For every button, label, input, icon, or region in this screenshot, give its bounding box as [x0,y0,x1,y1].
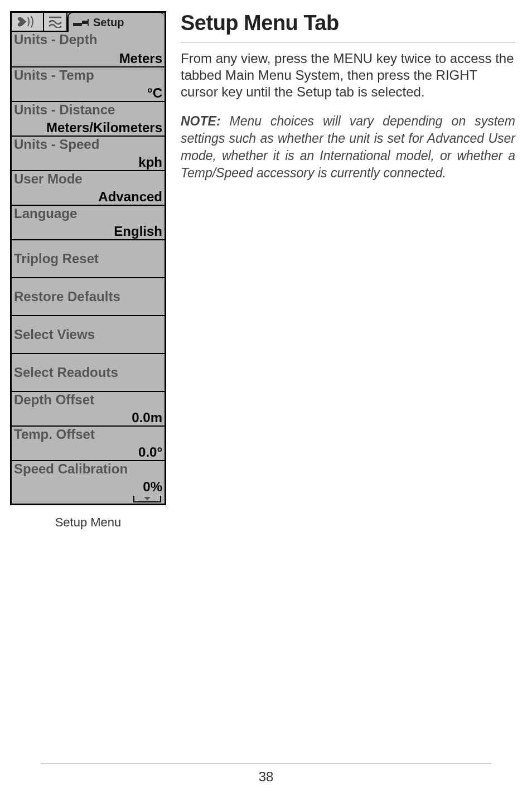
menu-row-restore-defaults[interactable]: Restore Defaults [12,277,165,315]
menu-row-value: 0% [14,480,162,494]
menu-row-language[interactable]: Language English [12,205,165,239]
two-column-layout: Setup Units - Depth Meters Units - Temp … [10,11,522,763]
fish-sonar-icon [16,16,39,28]
menu-row-units-depth[interactable]: Units - Depth Meters [12,32,165,66]
footer-divider [41,763,491,763]
menu-row-label: Speed Calibration [14,462,162,476]
menu-row-label: Select Readouts [14,366,162,379]
note-label: NOTE: [181,114,221,128]
menu-row-value: Meters [14,52,162,65]
tab-setup[interactable]: Setup [67,12,165,32]
note-paragraph: NOTE: Menu choices will vary depending o… [181,113,515,182]
menu-row-select-views[interactable]: Select Views [12,315,165,353]
menu-row-label: Temp. Offset [14,428,162,441]
menu-row-value: °C [14,86,162,100]
heading-divider [181,42,515,42]
setup-menu-screenshot: Setup Units - Depth Meters Units - Temp … [10,11,166,505]
menu-row-value: Advanced [14,190,162,204]
menu-row-depth-offset[interactable]: Depth Offset 0.0m [12,391,165,425]
menu-row-label: Triplog Reset [14,252,162,265]
tab-setup-label: Setup [93,16,124,29]
page-title: Setup Menu Tab [181,11,515,35]
menu-row-value: 0.0m [14,411,162,424]
menu-rows: Units - Depth Meters Units - Temp °C Uni… [12,32,165,495]
menu-row-units-distance[interactable]: Units - Distance Meters/Kilometers [12,101,165,136]
note-body: Menu choices will vary depending on syst… [181,114,515,180]
menu-row-triplog-reset[interactable]: Triplog Reset [12,239,165,277]
menu-row-value: 0.0° [14,446,162,459]
scroll-down-indicator[interactable] [133,496,161,502]
menu-row-label: User Mode [14,172,162,186]
screenshot-column: Setup Units - Depth Meters Units - Temp … [10,11,166,763]
waves-icon [47,16,64,28]
menu-scroll-footer [12,495,165,504]
menu-row-value: kph [14,156,162,169]
tab-sonar[interactable] [12,13,44,32]
menu-row-label: Select Views [14,328,162,341]
text-column: Setup Menu Tab From any view, press the … [181,11,522,763]
screenshot-caption: Setup Menu [55,515,122,530]
menu-row-value: English [14,225,162,238]
menu-tab-bar: Setup [12,13,165,32]
page-number: 38 [10,769,522,785]
menu-row-label: Restore Defaults [14,290,162,303]
menu-row-label: Units - Depth [14,33,162,46]
page-footer: 38 [10,763,522,798]
menu-row-value: Meters/Kilometers [14,121,162,134]
menu-row-temp-offset[interactable]: Temp. Offset 0.0° [12,425,165,460]
intro-paragraph: From any view, press the MENU key twice … [181,50,515,100]
menu-row-label: Units - Temp [14,69,162,82]
wrench-icon [72,16,91,29]
menu-row-select-readouts[interactable]: Select Readouts [12,353,165,391]
menu-row-label: Units - Distance [14,103,162,117]
page: Setup Units - Depth Meters Units - Temp … [0,0,532,798]
menu-row-units-temp[interactable]: Units - Temp °C [12,66,165,101]
menu-row-label: Units - Speed [14,138,162,151]
menu-row-label: Language [14,207,162,220]
menu-row-units-speed[interactable]: Units - Speed kph [12,136,165,170]
tab-alarms[interactable] [44,13,67,32]
svg-rect-1 [73,23,81,25]
chevron-down-icon [144,497,151,500]
menu-row-label: Depth Offset [14,393,162,407]
menu-row-user-mode[interactable]: User Mode Advanced [12,170,165,205]
menu-row-speed-calibration[interactable]: Speed Calibration 0% [12,460,165,495]
